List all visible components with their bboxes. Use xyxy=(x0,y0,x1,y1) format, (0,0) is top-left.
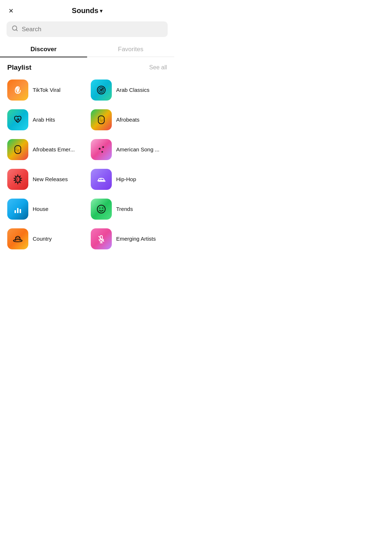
playlist-name: Afrobeats xyxy=(116,116,139,123)
tabs: Discover Favorites xyxy=(0,41,174,57)
close-button[interactable]: × xyxy=(7,5,15,17)
svg-point-9 xyxy=(16,121,17,122)
svg-point-8 xyxy=(103,88,104,89)
playlist-name: TikTok Viral xyxy=(33,86,61,94)
tab-favorites[interactable]: Favorites xyxy=(87,41,174,57)
playlist-name: Trends xyxy=(116,205,133,213)
svg-point-10 xyxy=(18,119,19,121)
list-item[interactable]: Afrobeats Emer... xyxy=(4,135,87,164)
list-item[interactable]: Afrobeats xyxy=(87,105,171,135)
american-song-icon: ★ ★ ★ xyxy=(91,139,112,160)
see-all-button[interactable]: See all xyxy=(149,64,167,71)
svg-line-1 xyxy=(16,29,17,30)
list-item[interactable]: $ Hip-Hop xyxy=(87,164,171,194)
svg-text:★: ★ xyxy=(101,150,103,154)
chevron-down-icon: ▾ xyxy=(100,8,102,14)
svg-point-22 xyxy=(13,240,22,242)
list-item[interactable]: Trends xyxy=(87,194,171,224)
list-item[interactable]: ★ ★ ★ American Song ... xyxy=(87,135,171,164)
playlist-name: Hip-Hop xyxy=(116,176,136,183)
search-bar[interactable] xyxy=(7,21,168,37)
playlist-name: Emerging Artists xyxy=(116,235,156,242)
afrobeats-icon xyxy=(91,109,112,130)
playlist-name: New Releases xyxy=(33,176,68,183)
hip-hop-icon: $ xyxy=(91,169,112,190)
list-item[interactable]: Arab Classics xyxy=(87,75,171,105)
svg-point-19 xyxy=(97,205,105,213)
svg-rect-18 xyxy=(20,209,21,213)
header-title: Sounds ▾ xyxy=(72,7,102,15)
playlist-section-header: Playlist See all xyxy=(0,57,174,75)
new-releases-icon: ! xyxy=(7,169,28,190)
afrobeats-emer-icon xyxy=(7,139,28,160)
tiktok-viral-icon xyxy=(7,80,28,101)
playlist-name: Arab Classics xyxy=(116,86,150,94)
list-item[interactable]: TikTok Viral xyxy=(4,75,87,105)
sounds-title: Sounds xyxy=(72,7,98,15)
svg-point-21 xyxy=(102,208,103,209)
house-icon xyxy=(7,199,28,220)
country-icon xyxy=(7,228,28,249)
list-item[interactable]: Country xyxy=(4,224,87,254)
list-item[interactable]: House xyxy=(4,194,87,224)
playlist-grid: TikTok Viral Arab Classics xyxy=(0,75,174,254)
svg-text:$: $ xyxy=(100,178,102,181)
search-icon xyxy=(12,25,18,33)
header: × Sounds ▾ xyxy=(0,0,174,20)
svg-text:!: ! xyxy=(17,178,18,181)
playlist-name: Arab Hits xyxy=(33,116,55,123)
arab-hits-icon xyxy=(7,109,28,130)
playlist-title: Playlist xyxy=(7,64,32,72)
svg-point-20 xyxy=(99,208,101,209)
arab-classics-icon xyxy=(91,80,112,101)
list-item[interactable]: Emerging Artists xyxy=(87,224,171,254)
tab-discover[interactable]: Discover xyxy=(0,41,87,57)
list-item[interactable]: Arab Hits xyxy=(4,105,87,135)
playlist-name: Afrobeats Emer... xyxy=(33,146,75,153)
playlist-name: House xyxy=(33,205,48,213)
playlist-name: American Song ... xyxy=(116,146,159,153)
playlist-name: Country xyxy=(33,235,52,242)
svg-rect-16 xyxy=(15,210,16,213)
emerging-artists-icon xyxy=(91,228,112,249)
svg-rect-17 xyxy=(17,208,19,213)
svg-text:★: ★ xyxy=(102,145,105,149)
search-input[interactable] xyxy=(22,26,163,33)
trends-icon xyxy=(91,199,112,220)
list-item[interactable]: ! New Releases xyxy=(4,164,87,194)
